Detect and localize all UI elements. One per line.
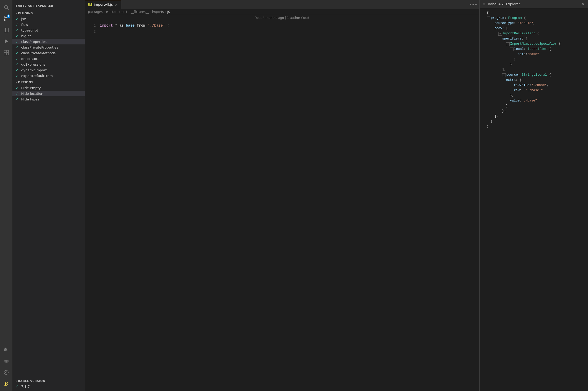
extensions-icon[interactable]	[1, 48, 11, 58]
collapse-icon[interactable]: −	[510, 48, 514, 51]
code-content-1: import * as base from './base' ;	[100, 23, 476, 28]
plugin-item-decorators[interactable]: ✓decorators	[12, 56, 85, 61]
ast-line: },	[483, 93, 585, 98]
ast-line: }	[483, 62, 585, 67]
collapse-icon[interactable]: −	[498, 32, 502, 36]
base-identifier: base	[126, 24, 137, 28]
plugin-label-exportDefaultFrom: exportDefaultFrom	[21, 74, 53, 78]
activity-bar-bottom: B	[1, 345, 11, 391]
option-label: Hide types	[21, 97, 39, 101]
source-control-badge: 1	[7, 14, 10, 18]
plugin-item-exportdefaultfrom[interactable]: ✓exportDefaultFrom	[12, 73, 85, 79]
source-control-icon[interactable]: 1	[1, 13, 11, 24]
ast-panel-close-button[interactable]: ×	[582, 2, 585, 6]
options-section: ▾ OPTIONS ✓Hide empty✓Hide location✓Hide…	[12, 79, 85, 102]
git-info: You, 4 months ago | 1 author (You)	[85, 15, 479, 21]
breadcrumb-fixtures[interactable]: __fixtures__	[131, 10, 149, 14]
run-icon[interactable]	[1, 36, 11, 46]
plugin-item-bigint[interactable]: ✓bigInt	[12, 33, 85, 39]
option-item-hide-types[interactable]: ✓Hide types	[12, 96, 85, 102]
plugins-header[interactable]: ▾ PLUGINS	[12, 10, 85, 16]
breadcrumb-js[interactable]: JS	[167, 10, 170, 14]
version-check: ✓	[16, 384, 20, 388]
ast-line: }	[483, 103, 585, 108]
star-operator: *	[115, 24, 119, 28]
plugin-item-classprivateproperties[interactable]: ✓classPrivateProperties	[12, 44, 85, 50]
svg-point-2	[4, 17, 5, 18]
ast-line: −program: Program {	[483, 15, 585, 21]
ast-line: raw: "'./base'"	[483, 88, 585, 93]
babel-logo-icon[interactable]: B	[1, 379, 11, 389]
tab-close-button[interactable]: ×	[115, 3, 118, 7]
code-editor[interactable]: 1 import * as base from './base' ; 2	[85, 21, 479, 391]
svg-rect-11	[6, 50, 9, 52]
collapse-icon[interactable]: −	[502, 73, 506, 77]
code-line-2: 2	[85, 29, 479, 35]
plugin-label-flow: flow	[21, 23, 28, 27]
plugin-label-doExpressions: doExpressions	[21, 62, 46, 66]
npm-icon[interactable]	[1, 367, 11, 378]
plugin-check-doExpressions: ✓	[16, 62, 20, 66]
plugin-label-classPrivateProperties: classPrivateProperties	[21, 45, 58, 49]
activity-bar: 1	[0, 0, 12, 391]
sidebar-title: BABEL AST EXPLORER	[12, 0, 85, 10]
ast-line: name:"base"	[483, 52, 585, 57]
option-item-hide-location[interactable]: ✓Hide location	[12, 91, 85, 96]
docker-icon[interactable]	[1, 345, 11, 355]
plugin-check-jsx: ✓	[16, 17, 20, 21]
ast-line: ],	[483, 114, 585, 119]
svg-point-18	[4, 370, 9, 375]
ast-line: −local: Identifier {	[483, 46, 585, 52]
ast-panel-title: Babel AST Explorer	[488, 2, 520, 6]
plugin-item-classproperties[interactable]: ✓classProperties	[12, 39, 85, 44]
svg-marker-9	[5, 39, 8, 44]
plugin-check-classPrivateMethods: ✓	[16, 51, 20, 55]
babel-version-value: ✓ 7.8.7	[16, 384, 82, 389]
plugin-label-dynamicImport: dynamicImport	[21, 68, 47, 72]
breadcrumb-es-stats[interactable]: es-stats	[106, 10, 118, 14]
collapse-icon[interactable]: −	[487, 17, 490, 20]
search-icon[interactable]	[1, 2, 11, 12]
tab-more-button[interactable]: •••	[469, 2, 477, 7]
options-header[interactable]: ▾ OPTIONS	[12, 79, 85, 85]
svg-point-3	[4, 19, 5, 21]
ast-panel: ≡ Babel AST Explorer × { −program: Progr…	[479, 0, 588, 391]
breadcrumb-packages[interactable]: packages	[88, 10, 103, 14]
plugin-item-typescript[interactable]: ✓typescript	[12, 27, 85, 33]
plugin-check-dynamicImport: ✓	[16, 68, 20, 72]
svg-rect-17	[5, 348, 6, 349]
ast-panel-menu-icon: ≡	[483, 2, 486, 6]
plugin-item-doexpressions[interactable]: ✓doExpressions	[12, 61, 85, 67]
ast-line: rawValue:"./base",	[483, 83, 585, 88]
ast-line: }	[483, 124, 585, 129]
ast-line: −ImportNamespaceSpecifier {	[483, 41, 585, 46]
collapse-icon[interactable]: −	[506, 42, 510, 46]
gitlab-icon[interactable]	[1, 356, 11, 366]
ast-content[interactable]: { −program: Program { sourceType: "modul…	[480, 8, 588, 391]
option-label: Hide empty	[21, 86, 41, 90]
explorer-icon[interactable]	[1, 25, 11, 35]
plugin-item-jsx[interactable]: ✓jsx	[12, 16, 85, 22]
svg-rect-13	[6, 53, 9, 55]
js-file-icon: JS	[88, 3, 92, 6]
option-item-hide-empty[interactable]: ✓Hide empty	[12, 85, 85, 91]
breadcrumb-test[interactable]: test	[122, 10, 127, 14]
editor-tab-importall[interactable]: JS importAll.js ×	[85, 0, 121, 9]
path-string: './base'	[148, 24, 165, 28]
plugin-item-flow[interactable]: ✓flow	[12, 22, 85, 27]
plugin-item-dynamicimport[interactable]: ✓dynamicImport	[12, 67, 85, 73]
ast-line: {	[483, 10, 585, 15]
options-chevron: ▾	[16, 81, 17, 84]
option-check: ✓	[16, 91, 20, 96]
option-check: ✓	[16, 97, 20, 101]
breadcrumb-imports[interactable]: imports	[152, 10, 164, 14]
main-area: JS importAll.js × ••• packages › es-stat…	[85, 0, 479, 391]
plugin-item-classprivatemethods[interactable]: ✓classPrivateMethods	[12, 50, 85, 56]
plugins-list: ✓jsx✓flow✓typescript✓bigInt✓classPropert…	[12, 16, 85, 79]
plugin-label-decorators: decorators	[21, 57, 39, 61]
code-content-2	[100, 29, 476, 34]
plugin-check-flow: ✓	[16, 22, 20, 27]
svg-rect-15	[5, 349, 6, 349]
ast-panel-header: ≡ Babel AST Explorer ×	[480, 0, 588, 8]
ast-line: value:"./base"	[483, 98, 585, 103]
